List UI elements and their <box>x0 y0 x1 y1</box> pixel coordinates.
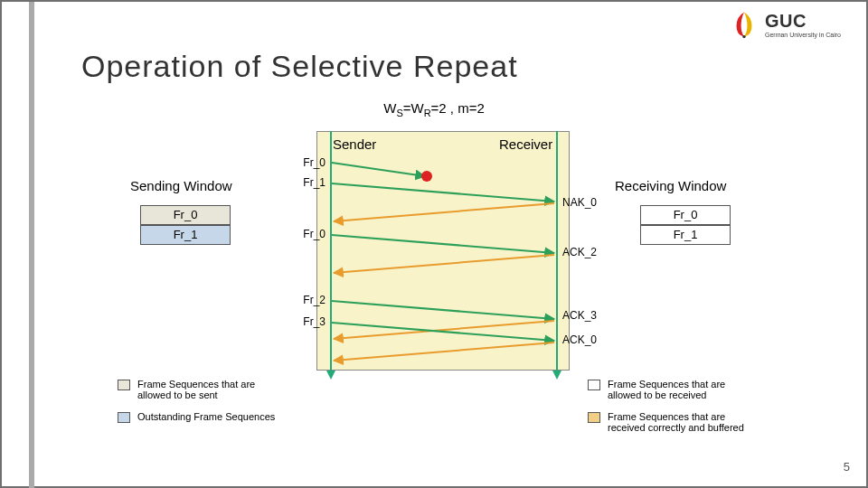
svg-line-1 <box>332 163 425 176</box>
slide-title: Operation of Selective Repeat <box>81 49 841 84</box>
logo: GUC German University in Cairo <box>729 9 841 40</box>
svg-line-6 <box>334 255 554 273</box>
page-number: 5 <box>844 460 850 474</box>
legend-item: Outstanding Frame Sequences <box>118 411 289 423</box>
svg-point-2 <box>421 171 432 182</box>
svg-point-0 <box>742 35 745 38</box>
svg-line-9 <box>332 323 554 341</box>
ack-label: NAK_0 <box>562 196 597 209</box>
legend-swatch-receive <box>588 380 600 390</box>
logo-text: GUC <box>765 11 807 31</box>
ack-label: ACK_2 <box>562 246 597 258</box>
legend-text: Frame Sequences that are allowed to be s… <box>137 379 289 400</box>
left-accent-bar <box>29 2 34 488</box>
legend-swatch-sent <box>118 380 130 390</box>
legend-text: Outstanding Frame Sequences <box>137 411 275 422</box>
legend-item: Frame Sequences that are received correc… <box>588 411 760 433</box>
receiving-window-slot: Fr_1 <box>640 225 731 245</box>
message-arrows <box>316 131 570 371</box>
frame-label: Fr_0 <box>289 156 326 169</box>
receiving-window-slot: Fr_0 <box>640 205 731 225</box>
logo-subtext: German University in Cairo <box>765 32 841 38</box>
legend-swatch-outstanding <box>118 412 130 423</box>
receiver-timeline-arrowhead <box>552 371 561 380</box>
legend-text: Frame Sequences that are allowed to be r… <box>608 379 760 400</box>
legend-item: Frame Sequences that are allowed to be s… <box>118 379 289 400</box>
legend-text: Frame Sequences that are received correc… <box>608 411 760 433</box>
sending-window-slot: Fr_1 <box>140 225 231 245</box>
diagram-stage: Sender Receiver <box>136 124 787 422</box>
svg-line-5 <box>332 235 554 253</box>
sending-window-title: Sending Window <box>130 178 232 193</box>
svg-line-8 <box>334 321 554 339</box>
ack-label: ACK_3 <box>562 309 597 322</box>
svg-line-4 <box>334 203 554 221</box>
svg-line-3 <box>332 183 554 202</box>
legend-swatch-buffered <box>588 412 600 423</box>
slide-frame: GUC German University in Cairo Operation… <box>0 0 868 488</box>
receiving-window-title: Receiving Window <box>615 178 726 193</box>
legend-item: Frame Sequences that are allowed to be r… <box>588 379 760 400</box>
guc-logo-icon <box>729 9 760 40</box>
frame-label: Fr_3 <box>289 315 326 328</box>
window-params: WS=WR=2 , m=2 <box>27 100 841 118</box>
sender-timeline-arrowhead <box>326 371 335 380</box>
frame-label: Fr_0 <box>289 228 326 240</box>
frame-label: Fr_2 <box>289 294 326 306</box>
sending-window-slot: Fr_0 <box>140 205 231 225</box>
ack-label: ACK_0 <box>562 333 597 346</box>
svg-line-10 <box>334 343 554 361</box>
frame-label: Fr_1 <box>289 176 326 189</box>
svg-line-7 <box>332 301 554 319</box>
